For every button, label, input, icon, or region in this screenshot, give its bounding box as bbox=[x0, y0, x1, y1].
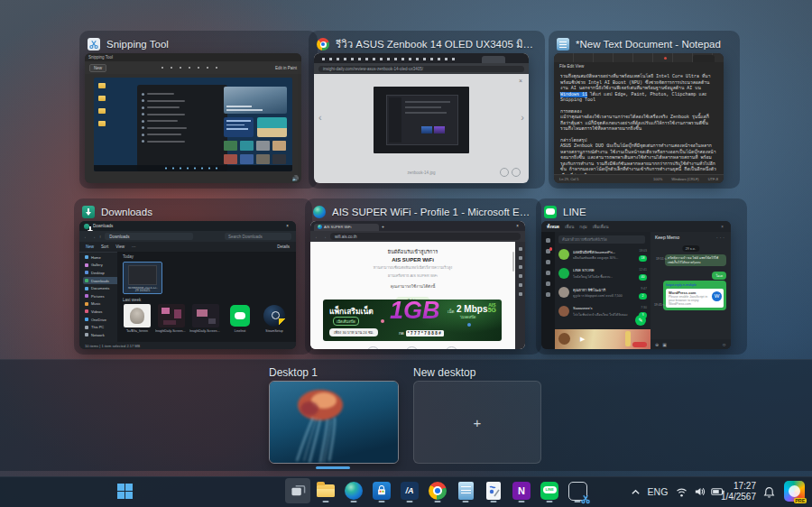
lightbox-button[interactable] bbox=[512, 168, 521, 177]
settings-icon[interactable] bbox=[546, 292, 550, 297]
tab-friends[interactable]: เพื่อน bbox=[565, 224, 574, 230]
sidebar-item-videos[interactable]: Videos bbox=[83, 308, 121, 316]
camera-icon[interactable]: ▣ bbox=[662, 342, 667, 347]
taskbar-app-snipping-tool[interactable] bbox=[565, 478, 590, 503]
action-package[interactable]: สมัครแพ็กเกจ bbox=[401, 346, 423, 349]
ad-banner[interactable]: ▶ bbox=[555, 329, 651, 349]
explorer-search[interactable]: Search Downloads bbox=[225, 233, 291, 240]
sidebar-item-gallery[interactable]: Gallery bbox=[83, 262, 121, 270]
view-button[interactable]: View bbox=[115, 244, 125, 249]
window-card-notepad[interactable]: *New Text Document - Notepad File Edit V… bbox=[549, 31, 740, 189]
tab-groups[interactable]: กลุ่ม bbox=[579, 224, 586, 230]
message-input-bar[interactable]: ⊕ ▣ ☺ bbox=[651, 339, 731, 349]
chat-list-item[interactable]: แอดมินมิสชีสGourmetPri... ผลิตภัณฑ์ยอดฮิ… bbox=[558, 247, 648, 264]
file-tile[interactable]: LineInst bbox=[224, 304, 256, 340]
attach-icon[interactable]: ⊕ bbox=[655, 342, 659, 347]
close-lightbox-icon[interactable]: × bbox=[519, 78, 522, 84]
explorer-thumbnail[interactable]: Downloads × ←→↑ Downloads Search Downloa… bbox=[79, 221, 296, 349]
file-tile[interactable]: SteamSetup bbox=[258, 304, 291, 340]
add-friend-icon[interactable] bbox=[546, 260, 550, 264]
notification-center-button[interactable] bbox=[760, 476, 778, 507]
sort-button[interactable]: Sort bbox=[101, 244, 108, 249]
promo-banner[interactable]: แพ็กเสริมเน็ต เน็ตเต็มสปีด 1GB เน็ต 2 Mb… bbox=[323, 300, 502, 341]
task-view-button[interactable] bbox=[285, 478, 310, 503]
sidebar-item-documents[interactable]: Documents bbox=[83, 284, 121, 292]
chat-header-icons[interactable]: ··· bbox=[716, 235, 726, 240]
tab-all[interactable]: ทั้งหมด bbox=[547, 224, 559, 230]
sidebar-item-network[interactable]: Network bbox=[83, 331, 121, 339]
language-indicator[interactable]: ENG bbox=[646, 476, 669, 507]
tab-add[interactable]: เพิ่มเพื่อน bbox=[593, 224, 609, 230]
taskbar-app-chrome[interactable] bbox=[425, 478, 450, 503]
more-button[interactable]: ··· bbox=[132, 244, 136, 249]
new-chat-button[interactable]: ✎ bbox=[635, 315, 646, 326]
breadcrumb[interactable]: Downloads bbox=[105, 233, 193, 240]
taskbar-app-edge[interactable] bbox=[341, 478, 366, 503]
clock[interactable]: 17:27 1/4/2567 bbox=[721, 481, 756, 502]
chrome-thumbnail[interactable]: insight-daily.com/review-asus-zenbook-14… bbox=[314, 53, 529, 183]
lightbox-button[interactable] bbox=[500, 168, 509, 177]
group-label-lastweek[interactable]: Last week bbox=[123, 298, 141, 302]
new-tab-button[interactable]: + bbox=[382, 224, 384, 229]
window-controls[interactable]: × bbox=[516, 224, 521, 228]
taskbar-app-notepad[interactable] bbox=[453, 478, 478, 503]
next-arrow[interactable]: › bbox=[521, 113, 524, 123]
openchat-icon[interactable] bbox=[546, 271, 550, 275]
tray-chevron-button[interactable] bbox=[626, 476, 644, 507]
taskbar-app-file-explorer[interactable] bbox=[313, 478, 338, 503]
file-tile[interactable]: InsightDaily-ScreenCVN_Dashboard v.24 bbox=[155, 304, 188, 340]
copilot-preview-button[interactable]: PRE bbox=[784, 481, 805, 502]
group-label-today[interactable]: Today bbox=[123, 254, 296, 259]
window-card-snipping-tool[interactable]: Snipping Tool Snipping Tool New Edit in … bbox=[79, 31, 318, 189]
window-card-downloads[interactable]: Downloads Downloads × ←→↑ Downloads Sear… bbox=[74, 198, 312, 355]
link-preview-bubble[interactable]: forgot-reply-n-multiple WordPress.com Pl… bbox=[663, 281, 726, 310]
start-button[interactable] bbox=[112, 478, 137, 503]
window-card-line[interactable]: LINE ทั้งหมด เพื่อน กลุ่ม เพิ่มเพื่อน × … bbox=[536, 198, 747, 355]
text-area[interactable]: รวมถึงคุณสมบัติหลายอย่างที่มาพร้อมเทคโนโ… bbox=[554, 70, 724, 175]
taskbar-app-myasus[interactable]: /A bbox=[397, 478, 422, 503]
sidebar-item-onedrive[interactable]: OneDrive bbox=[83, 316, 121, 324]
window-card-edge[interactable]: AIS SUPER WiFi - Profile 1 - Microsoft E… bbox=[305, 198, 541, 355]
sidebar-item-desktop[interactable]: Desktop bbox=[83, 269, 121, 277]
chat-list-item[interactable]: LINE STORE โบนัสใหญ่ ได้โบนัส ซื้อครบ...… bbox=[558, 266, 648, 283]
notepad-thumbnail[interactable]: File Edit View รวมถึงคุณสมบัติหลายอย่างท… bbox=[554, 53, 724, 183]
file-selected-screenshot[interactable]: Screenshot 2023-12-29 163025 bbox=[123, 262, 162, 294]
unsaved-dot bbox=[664, 57, 667, 60]
chat-search[interactable]: ค้นหาด้วยรายชื่อหรือคีย์เวิร์ด bbox=[558, 235, 645, 244]
prev-arrow[interactable]: ‹ bbox=[318, 113, 322, 123]
new-button[interactable]: New bbox=[86, 244, 94, 249]
action-topup[interactable]: เติมเงิน bbox=[366, 346, 380, 349]
sidebar-item-home[interactable]: Home bbox=[83, 254, 121, 262]
wifi-button[interactable] bbox=[673, 476, 689, 507]
sidebar-item-music[interactable]: Music bbox=[83, 300, 121, 309]
snipping-tool-thumbnail[interactable]: Snipping Tool New Edit in Paint bbox=[85, 53, 301, 183]
action-help[interactable]: ช่วยเหลือ bbox=[445, 346, 459, 349]
browser-tab[interactable]: AIS SUPER WiFi bbox=[314, 224, 379, 232]
sidebar-item-downloads[interactable]: Downloads bbox=[83, 277, 121, 285]
details-button[interactable]: Details bbox=[277, 244, 290, 249]
line-thumbnail[interactable]: ทั้งหมด เพื่อน กลุ่ม เพิ่มเพื่อน × ค้นหา… bbox=[541, 221, 731, 349]
photo-tile bbox=[240, 141, 254, 151]
window-card-chrome[interactable]: รีวิว ASUS Zenbook 14 OLED UX3405 มินิมอ… bbox=[309, 31, 545, 189]
profile-icon[interactable] bbox=[546, 238, 550, 243]
emoji-icon[interactable]: ☺ bbox=[722, 342, 726, 347]
chats-icon[interactable] bbox=[546, 249, 550, 254]
volume-button[interactable] bbox=[691, 476, 707, 507]
window-controls[interactable]: × bbox=[721, 225, 725, 229]
address-bar[interactable]: wifi.ais.co.th bbox=[330, 233, 521, 240]
chat-list-item[interactable]: คุณยาย่า อิชิโนะมากิ ดูรูปจาก blogspot.c… bbox=[558, 285, 648, 302]
sidebar-item-thispc[interactable]: This PC bbox=[83, 323, 121, 331]
taskbar-app-store[interactable] bbox=[369, 478, 394, 503]
taskbar-app-line[interactable]: LINE bbox=[537, 478, 562, 503]
new-desktop-button[interactable]: + bbox=[413, 381, 541, 464]
file-tile[interactable]: ใบเฟิร์น_fernnn bbox=[121, 304, 153, 340]
desktop1-thumbnail[interactable] bbox=[269, 381, 399, 464]
taskbar-app-onenote[interactable]: N bbox=[509, 478, 534, 503]
file-tile[interactable]: InsightDaily-ScreenCVN_Website v9 bbox=[189, 304, 222, 340]
calls-icon[interactable] bbox=[546, 281, 550, 286]
scrollbar[interactable] bbox=[512, 252, 515, 272]
window-controls[interactable]: × bbox=[286, 224, 291, 228]
sidebar-item-pictures[interactable]: Pictures bbox=[83, 292, 121, 300]
taskbar-app-journal[interactable] bbox=[481, 478, 506, 503]
edge-thumbnail[interactable]: AIS SUPER WiFi + × ←→ wifi.ais.co.th ยิน… bbox=[310, 221, 525, 349]
